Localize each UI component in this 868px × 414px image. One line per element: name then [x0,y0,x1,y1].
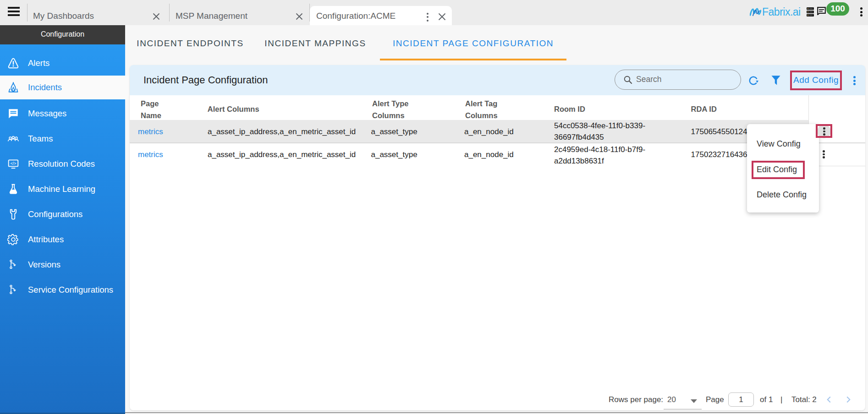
svg-text:</>: </> [11,161,16,165]
